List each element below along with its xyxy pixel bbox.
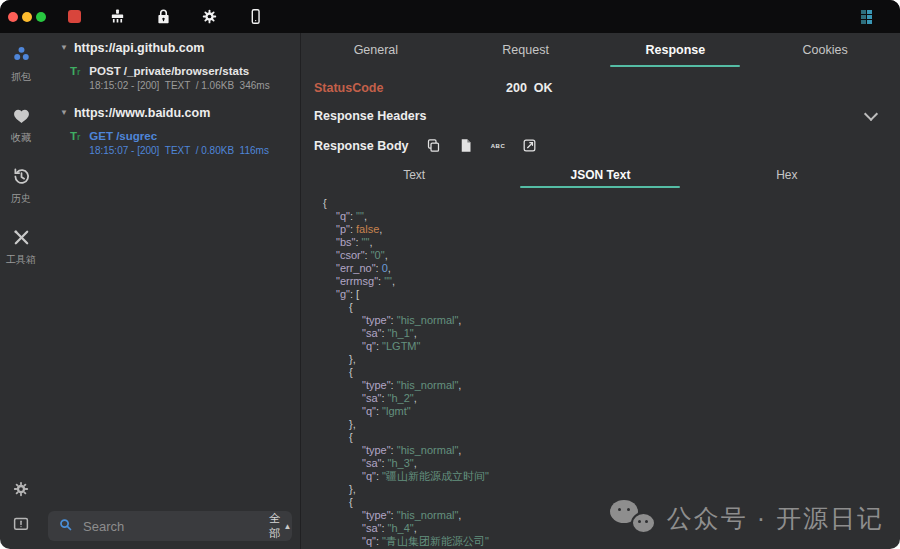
json-line: },: [301, 353, 900, 366]
status-code-value: 200 OK: [506, 81, 553, 95]
feedback-icon[interactable]: [12, 515, 30, 537]
sidebar-item-favorites[interactable]: 收藏: [11, 105, 32, 145]
tab-request[interactable]: Request: [451, 33, 601, 67]
ssl-lock-icon[interactable]: [153, 7, 173, 27]
search-icon: [58, 517, 73, 536]
collapse-triangle-icon: ▼: [60, 44, 68, 52]
json-line: "g": [: [301, 288, 900, 301]
detail-panel: General Request Response Cookies StatusC…: [301, 33, 900, 549]
json-line: "csor": "0",: [301, 249, 900, 262]
request-group-header[interactable]: ▼ https://api.github.com: [42, 33, 300, 60]
tls-indicator-icon: Tr: [70, 131, 80, 143]
heart-icon: [11, 105, 32, 130]
json-line: {: [301, 496, 900, 509]
detail-tabs: General Request Response Cookies: [301, 33, 900, 67]
settings-icon[interactable]: [12, 480, 30, 502]
json-line: "errmsg": "",: [301, 275, 900, 288]
search-bar: 全部 ▲: [48, 511, 292, 541]
group-host: https://api.github.com: [74, 41, 205, 55]
json-line: "sa": "h_4",: [301, 522, 900, 535]
json-line: "type": "his_normal",: [301, 314, 900, 327]
json-line: },: [301, 418, 900, 431]
json-line: "type": "his_normal",: [301, 379, 900, 392]
json-body: {"q": "","p": false,"bs": "","csor": "0"…: [301, 188, 900, 549]
status-row: StatusCode 200 OK: [301, 67, 900, 101]
encoding-icon[interactable]: ABC: [489, 137, 506, 154]
response-body-label: Response Body: [314, 139, 408, 153]
group-host: https://www.baidu.com: [74, 106, 210, 120]
collapse-triangle-icon: ▼: [60, 109, 68, 117]
json-line: "sa": "h_1",: [301, 327, 900, 340]
json-line: {: [301, 301, 900, 314]
sidebar-item-capture[interactable]: 抓包: [11, 44, 32, 84]
traffic-lights: [0, 12, 46, 22]
close-window-button[interactable]: [8, 12, 18, 22]
tls-indicator-icon: Tr: [70, 66, 80, 78]
request-group-header[interactable]: ▼ https://www.baidu.com: [42, 98, 300, 125]
json-line: "type": "his_normal",: [301, 509, 900, 522]
sidebar-item-toolbox[interactable]: 工具箱: [6, 227, 36, 267]
response-headers-label: Response Headers: [314, 109, 427, 123]
request-entry-selected[interactable]: Tr GET /sugrec 18:15:07 - [200] TEXT / 0…: [42, 125, 300, 163]
layout-grid-icon[interactable]: [861, 10, 872, 24]
body-view-tabs: Text JSON Text Hex: [321, 162, 880, 188]
json-line: {: [301, 197, 900, 210]
json-line: "q": "LGTM": [301, 340, 900, 353]
tab-text[interactable]: Text: [321, 162, 507, 188]
chevron-down-icon[interactable]: [864, 106, 878, 120]
json-line: {: [301, 366, 900, 379]
response-body-row: Response Body ABC: [301, 129, 900, 158]
response-headers-row[interactable]: Response Headers: [301, 101, 900, 129]
tab-json-text[interactable]: JSON Text: [507, 162, 693, 188]
request-list-panel: ▼ https://api.github.com Tr POST /_priva…: [42, 33, 300, 549]
sidebar-item-label: 抓包: [11, 70, 31, 84]
sidebar-item-label: 历史: [11, 192, 31, 206]
tab-hex[interactable]: Hex: [694, 162, 880, 188]
tab-response[interactable]: Response: [601, 33, 751, 67]
titlebar: [0, 0, 900, 33]
request-title: POST /_private/browser/stats: [89, 65, 269, 77]
edit-icon[interactable]: [521, 137, 538, 154]
json-line: "type": "his_normal",: [301, 444, 900, 457]
settings-gear-icon[interactable]: [199, 7, 219, 27]
json-line: "q": "lgmt": [301, 405, 900, 418]
request-meta: 18:15:07 - [200] TEXT / 0.80KB 116ms: [89, 145, 269, 156]
sidebar-item-history[interactable]: 历史: [11, 166, 32, 206]
record-stop-button[interactable]: [68, 10, 81, 23]
app-window: 抓包 收藏 历史: [0, 0, 900, 549]
file-icon[interactable]: [457, 137, 474, 154]
request-entry[interactable]: Tr POST /_private/browser/stats 18:15:02…: [42, 60, 300, 98]
tab-general[interactable]: General: [301, 33, 451, 67]
json-line: "q": "青山集团新能源公司": [301, 535, 900, 548]
json-line: "q": "疆山新能源成立时间": [301, 470, 900, 483]
toolbox-icon: [11, 227, 32, 252]
filter-label: 全部: [269, 511, 281, 541]
capture-icon: [11, 44, 32, 69]
history-icon: [11, 166, 32, 191]
request-title: GET /sugrec: [89, 130, 269, 142]
json-line: "err_no": 0,: [301, 262, 900, 275]
main-area: 抓包 收藏 历史: [0, 33, 900, 549]
clear-brush-icon[interactable]: [107, 7, 127, 27]
device-phone-icon[interactable]: [245, 7, 265, 27]
request-meta: 18:15:02 - [200] TEXT / 1.06KB 346ms: [89, 80, 269, 91]
sidebar-item-label: 收藏: [11, 131, 31, 145]
sidebar-item-label: 工具箱: [6, 253, 36, 267]
zoom-window-button[interactable]: [36, 12, 46, 22]
json-line: "sa": "h_2",: [301, 392, 900, 405]
json-line: "sa": "h_3",: [301, 457, 900, 470]
sidebar-bottom: [12, 480, 30, 537]
search-filter-dropdown[interactable]: 全部 ▲: [269, 511, 291, 541]
json-line: {: [301, 431, 900, 444]
json-line: "q": "",: [301, 210, 900, 223]
triangle-up-icon: ▲: [284, 522, 292, 531]
minimize-window-button[interactable]: [22, 12, 32, 22]
status-code-label: StatusCode: [314, 81, 506, 95]
sidebar: 抓包 收藏 历史: [0, 33, 42, 549]
json-line: },: [301, 483, 900, 496]
tab-cookies[interactable]: Cookies: [750, 33, 900, 67]
search-input[interactable]: [81, 518, 261, 535]
json-line: "bs": "",: [301, 236, 900, 249]
json-line: "p": false,: [301, 223, 900, 236]
copy-icon[interactable]: [425, 137, 442, 154]
